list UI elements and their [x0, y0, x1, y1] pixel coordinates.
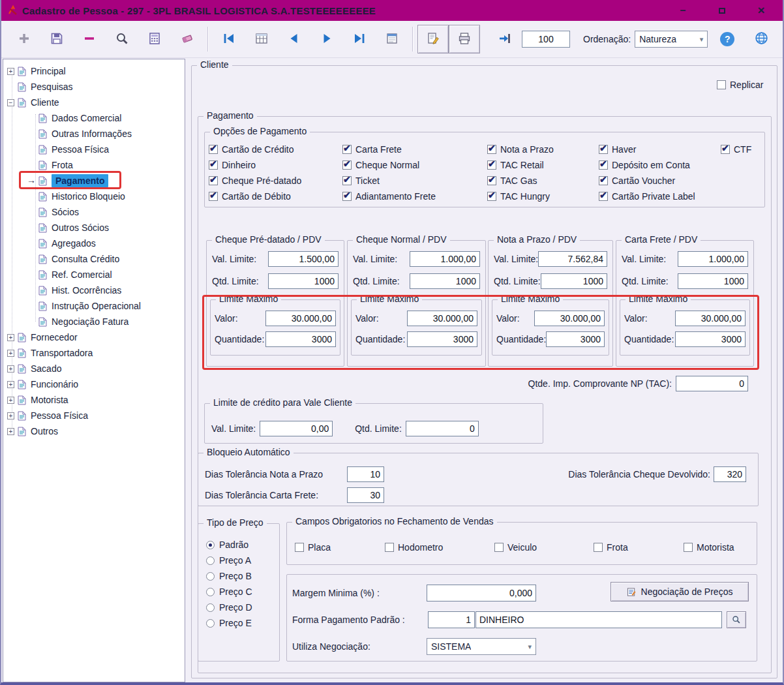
goto-record-button[interactable] — [492, 25, 518, 53]
tree-item-negociacao-fatura[interactable]: Negociação Fatura — [3, 314, 185, 329]
max-quantidade-input[interactable] — [546, 331, 605, 347]
payment-option-checkbox[interactable]: Cartão Private Label — [599, 189, 695, 204]
val-limite-input[interactable] — [678, 251, 748, 267]
payment-option-checkbox[interactable]: Depósito em Conta — [599, 157, 695, 173]
tolerancia-nota-input[interactable] — [347, 466, 384, 482]
tree-item-instrucao-operacional[interactable]: Instrução Operacional — [3, 298, 185, 314]
tree-item-outras-informacoes[interactable]: Outras Informações — [3, 126, 185, 142]
vale-val-input[interactable] — [260, 421, 333, 436]
grid-view-button[interactable] — [245, 25, 278, 53]
max-quantidade-input[interactable] — [407, 331, 477, 347]
qtd-limite-input[interactable] — [410, 273, 480, 289]
tree-item-pagamento[interactable]: Pagamento — [3, 173, 185, 189]
tree-item-cliente[interactable]: Cliente — [3, 95, 185, 110]
campo-checkbox[interactable]: Motorista — [684, 540, 734, 555]
remove-button[interactable] — [73, 25, 106, 53]
expand-icon[interactable] — [7, 397, 14, 404]
price-type-radio[interactable]: Preço B — [206, 568, 279, 584]
tree-item-ref-comercial[interactable]: Ref. Comercial — [3, 267, 185, 282]
max-quantidade-input[interactable] — [265, 331, 336, 347]
val-limite-input[interactable] — [268, 251, 339, 267]
campo-checkbox[interactable]: Frota — [594, 540, 628, 555]
payment-option-checkbox[interactable]: Dinheiro — [209, 157, 301, 173]
qtd-limite-input[interactable] — [678, 273, 748, 289]
tree-item-frota[interactable]: Frota — [3, 157, 185, 173]
forma-pagamento-search-button[interactable] — [727, 611, 746, 628]
nav-prev-button[interactable] — [278, 25, 310, 53]
tree-item-outros[interactable]: Outros — [3, 423, 185, 439]
payment-option-checkbox[interactable]: Nota a Prazo — [487, 142, 554, 157]
help-button[interactable] — [718, 25, 736, 53]
expand-icon[interactable] — [7, 68, 14, 75]
nav-first-button[interactable] — [213, 25, 245, 53]
expand-icon[interactable] — [7, 334, 14, 341]
margem-input[interactable] — [427, 585, 536, 601]
max-valor-input[interactable] — [534, 311, 605, 326]
qtde-np-input[interactable] — [676, 376, 748, 391]
tree-item-hist-ocorrencias[interactable]: Hist. Ocorrências — [3, 282, 185, 298]
campo-checkbox[interactable]: Hodometro — [385, 540, 443, 555]
tree-item-pesquisas[interactable]: Pesquisas — [3, 79, 185, 95]
tree-item-outros-socios[interactable]: Outros Sócios — [3, 220, 185, 236]
utiliza-negociacao-dropdown[interactable]: SISTEMA — [427, 638, 536, 655]
collapse-icon[interactable] — [7, 99, 14, 106]
edit-document-button[interactable] — [417, 25, 449, 53]
payment-option-checkbox[interactable]: Haver — [599, 142, 695, 157]
minimize-button[interactable] — [674, 3, 691, 18]
web-button[interactable] — [752, 25, 770, 53]
max-quantidade-input[interactable] — [675, 331, 746, 347]
nav-next-button[interactable] — [310, 25, 343, 53]
expand-icon[interactable] — [7, 412, 14, 419]
payment-option-checkbox[interactable]: TAC Hungry — [487, 189, 554, 204]
payment-option-checkbox[interactable]: Cheque Normal — [342, 157, 436, 173]
tree-item-historico-bloqueio[interactable]: Historico Bloqueio — [3, 189, 185, 204]
max-valor-input[interactable] — [675, 311, 746, 326]
max-valor-input[interactable] — [407, 311, 477, 326]
payment-option-checkbox[interactable]: TAC Retail — [487, 157, 554, 173]
tree-item-agregados[interactable]: Agregados — [3, 236, 185, 251]
payment-option-checkbox[interactable]: CTF — [721, 142, 751, 157]
payment-option-checkbox[interactable]: Adiantamento Frete — [342, 189, 436, 204]
form-view-button[interactable] — [376, 25, 408, 53]
negociacao-precos-button[interactable]: Negociação de Preços — [611, 582, 749, 601]
qtd-limite-input[interactable] — [541, 273, 607, 289]
tree-item-funcionario[interactable]: Funcionário — [3, 376, 185, 392]
add-button[interactable] — [8, 25, 40, 53]
nav-last-button[interactable] — [343, 25, 376, 53]
campo-checkbox[interactable]: Veiculo — [494, 540, 537, 555]
maximize-button[interactable] — [714, 3, 731, 18]
vale-qtd-input[interactable] — [406, 421, 479, 436]
price-type-radio[interactable]: Preço A — [206, 553, 279, 568]
campo-checkbox[interactable]: Placa — [295, 540, 331, 555]
tree-item-transportadora[interactable]: Transportadora — [3, 345, 185, 361]
payment-option-checkbox[interactable]: Cartão de Crédito — [209, 142, 301, 157]
tree-item-consulta-credito[interactable]: Consulta Crédito — [3, 251, 185, 267]
ordenacao-dropdown[interactable]: Natureza — [635, 31, 708, 48]
payment-option-checkbox[interactable]: Ticket — [342, 173, 436, 189]
tree-item-motorista[interactable]: Motorista — [3, 392, 185, 408]
expand-icon[interactable] — [7, 428, 14, 435]
tree-item-sacado[interactable]: Sacado — [3, 361, 185, 376]
tree-item-principal[interactable]: Principal — [3, 63, 185, 79]
qtd-limite-input[interactable] — [268, 273, 339, 289]
expand-icon[interactable] — [7, 350, 14, 357]
payment-option-checkbox[interactable]: Cheque Pré-datado — [209, 173, 301, 189]
payment-option-checkbox[interactable]: Cartão Voucher — [599, 173, 695, 189]
expand-icon[interactable] — [7, 365, 14, 373]
replicar-checkbox[interactable]: Replicar — [717, 77, 763, 93]
calculator-button[interactable] — [138, 25, 171, 53]
print-button[interactable] — [449, 25, 480, 53]
close-button[interactable] — [753, 3, 770, 18]
tree-item-pessoa-fisica-root[interactable]: Pessoa Física — [3, 408, 185, 423]
val-limite-input[interactable] — [410, 251, 480, 267]
payment-option-checkbox[interactable]: Carta Frete — [342, 142, 436, 157]
tolerancia-cheque-input[interactable] — [714, 466, 746, 482]
payment-option-checkbox[interactable]: TAC Gas — [487, 173, 554, 189]
search-button[interactable] — [106, 25, 138, 53]
tree-item-dados-comercial[interactable]: Dados Comercial — [3, 110, 185, 126]
tree-item-socios[interactable]: Sócios — [3, 204, 185, 220]
price-type-radio[interactable]: Padrão — [206, 537, 279, 553]
save-button[interactable] — [40, 25, 73, 53]
tolerancia-carta-input[interactable] — [347, 487, 384, 503]
tree-item-fornecedor[interactable]: Fornecedor — [3, 329, 185, 345]
